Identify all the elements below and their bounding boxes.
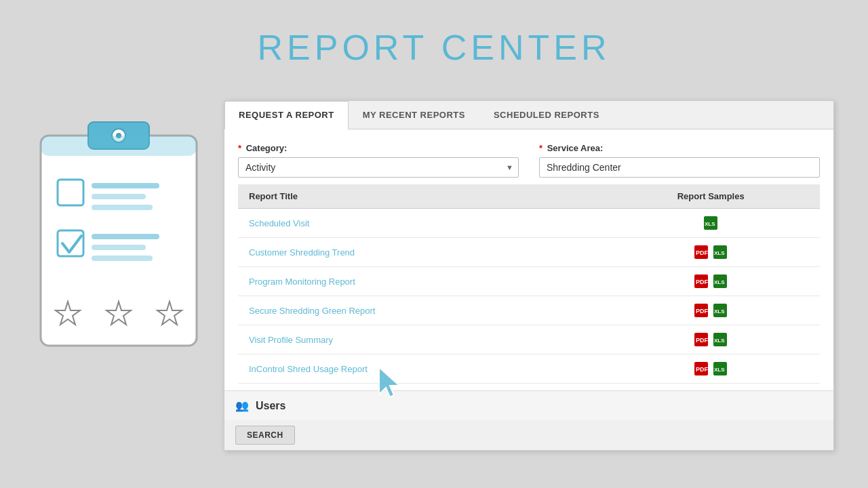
users-icon: 👥 — [235, 399, 249, 412]
table-row: InControl Shred Usage Report PDF XLS — [238, 354, 820, 384]
pdf-icon[interactable]: PDF — [693, 273, 709, 289]
form-area: * Category: Activity * Service Area: — [224, 129, 833, 390]
col-report-title: Report Title — [238, 184, 601, 209]
svg-rect-11 — [92, 245, 146, 250]
xls-icon[interactable]: XLS — [712, 331, 728, 348]
svg-rect-8 — [92, 205, 153, 210]
table-row: Program Monitoring Report PDF XLS — [238, 267, 820, 296]
pdf-icon[interactable]: PDF — [693, 331, 709, 348]
users-label: Users — [256, 400, 285, 412]
col-report-samples: Report Samples — [601, 184, 820, 209]
report-link[interactable]: Scheduled Visit — [249, 218, 309, 228]
search-button[interactable]: SEARCH — [235, 426, 295, 445]
table-row: Scheduled Visit XLS — [238, 209, 820, 238]
tab-recent-reports[interactable]: MY RECENT REPORTS — [349, 101, 479, 129]
xls-icon[interactable]: XLS — [703, 215, 719, 231]
svg-rect-10 — [92, 234, 159, 239]
svg-text:XLS: XLS — [714, 279, 725, 285]
xls-icon[interactable]: XLS — [712, 361, 728, 377]
xls-icon[interactable]: XLS — [712, 244, 728, 260]
report-link[interactable]: Visit Profile Summary — [249, 335, 333, 345]
svg-text:PDF: PDF — [696, 366, 709, 373]
main-panel: REQUEST A REPORT MY RECENT REPORTS SCHED… — [224, 100, 834, 451]
svg-text:XLS: XLS — [714, 308, 725, 314]
report-link[interactable]: Secure Shredding Green Report — [249, 306, 375, 316]
service-area-label: * Service Area: — [539, 143, 820, 153]
pdf-icon[interactable]: PDF — [693, 302, 709, 319]
svg-rect-0 — [41, 136, 197, 346]
pdf-icon[interactable]: PDF — [693, 361, 709, 377]
table-row: Secure Shredding Green Report PDF XLS — [238, 296, 820, 325]
table-header-row: Report Title Report Samples — [238, 184, 820, 209]
svg-rect-7 — [92, 194, 146, 199]
category-select-wrapper: Activity — [238, 157, 519, 178]
users-section: 👥 Users — [224, 390, 833, 420]
form-row: * Category: Activity * Service Area: — [238, 143, 820, 178]
service-area-group: * Service Area: — [539, 143, 820, 178]
svg-rect-4 — [41, 136, 197, 156]
xls-icon[interactable]: XLS — [712, 273, 728, 289]
svg-text:XLS: XLS — [714, 367, 725, 373]
svg-text:PDF: PDF — [696, 337, 709, 344]
svg-text:XLS: XLS — [714, 338, 725, 344]
tab-scheduled-reports[interactable]: SCHEDULED REPORTS — [479, 101, 614, 129]
required-star-service: * — [539, 143, 542, 153]
category-select[interactable]: Activity — [238, 157, 519, 178]
required-star-category: * — [238, 143, 241, 153]
svg-rect-6 — [92, 183, 159, 188]
svg-text:PDF: PDF — [696, 308, 709, 314]
report-link[interactable]: Customer Shredding Trend — [249, 247, 355, 258]
report-table: Report Title Report Samples Scheduled Vi… — [238, 184, 820, 384]
service-area-input[interactable] — [539, 157, 820, 178]
table-row: Customer Shredding Trend PDF XLS — [238, 238, 820, 267]
pdf-icon[interactable]: PDF — [693, 244, 709, 260]
report-link[interactable]: Program Monitoring Report — [249, 277, 355, 287]
svg-text:XLS: XLS — [714, 250, 725, 256]
tabs-container: REQUEST A REPORT MY RECENT REPORTS SCHED… — [224, 101, 833, 129]
category-group: * Category: Activity — [238, 143, 519, 178]
table-row: Visit Profile Summary PDF XLS — [238, 325, 820, 354]
search-section: SEARCH — [224, 420, 833, 450]
svg-rect-12 — [92, 256, 153, 261]
page-title: REPORT CENTER — [0, 0, 868, 68]
svg-text:PDF: PDF — [696, 279, 709, 285]
xls-icon[interactable]: XLS — [712, 302, 728, 319]
report-link[interactable]: InControl Shred Usage Report — [249, 364, 368, 374]
tab-request-report[interactable]: REQUEST A REPORT — [224, 101, 349, 129]
svg-text:XLS: XLS — [705, 221, 715, 227]
svg-text:PDF: PDF — [696, 249, 709, 256]
clipboard-illustration — [27, 102, 210, 359]
category-label: * Category: — [238, 143, 519, 153]
